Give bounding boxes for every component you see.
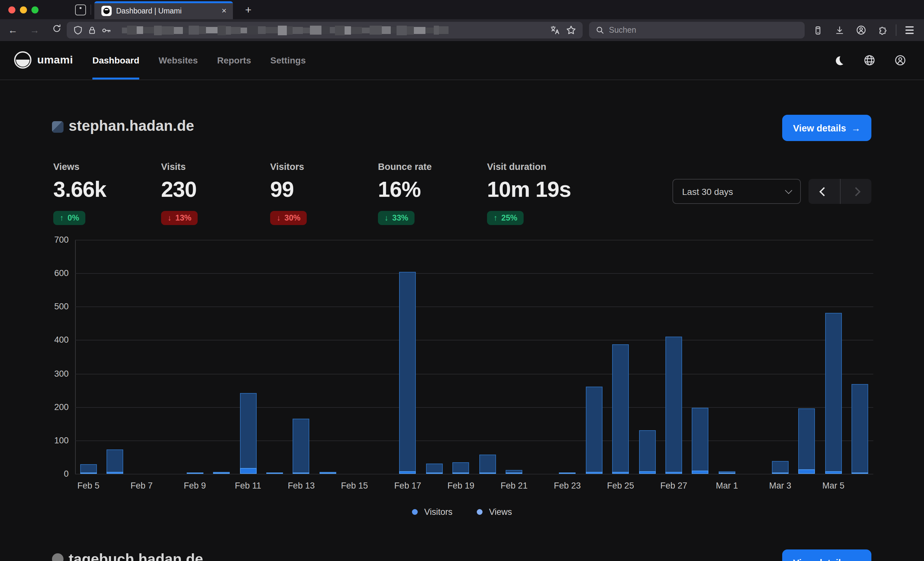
visitors-bar-feb-21[interactable] [506, 473, 522, 474]
language-globe-icon[interactable] [864, 54, 875, 66]
key-icon[interactable] [101, 25, 112, 35]
views-bar-mar-5[interactable] [825, 313, 842, 474]
views-bar-feb-28[interactable] [692, 408, 709, 474]
visitors-bar-feb-23[interactable] [559, 473, 576, 474]
visitors-bar-feb-11[interactable] [240, 468, 256, 474]
reload-button[interactable] [50, 19, 63, 41]
translate-icon[interactable] [550, 25, 560, 35]
gridline [75, 474, 873, 474]
visitors-bar-feb-25[interactable] [612, 472, 629, 474]
visitors-bar-feb-20[interactable] [479, 473, 496, 474]
views-bar-mar-6[interactable] [852, 384, 868, 474]
stat-change-badge: ↓30% [270, 211, 307, 225]
umami-favicon-icon [101, 6, 112, 16]
visitors-bar-feb-5[interactable] [80, 473, 97, 474]
nav-item-websites[interactable]: Websites [159, 41, 198, 79]
extensions-button[interactable] [872, 19, 894, 41]
visitors-bar-feb-13[interactable] [293, 473, 310, 474]
lock-icon[interactable] [87, 25, 97, 35]
date-range-dropdown[interactable]: Last 30 days [672, 179, 801, 204]
macos-minimize-button[interactable] [20, 6, 27, 13]
view-details-label: View details [793, 123, 846, 133]
visitors-bar-feb-28[interactable] [692, 471, 709, 474]
visitors-bar-feb-18[interactable] [426, 473, 443, 474]
search-bar[interactable]: Suchen [589, 22, 805, 39]
legend-item-views[interactable]: Views [477, 507, 512, 517]
views-bar-feb-24[interactable] [585, 387, 602, 474]
visitors-views-chart[interactable]: 0100200300400500600700 [75, 240, 873, 474]
theme-moon-icon[interactable] [834, 55, 844, 66]
sidebar-button[interactable] [807, 19, 828, 41]
views-bar-feb-17[interactable] [399, 272, 416, 474]
stat-label: Visits [161, 162, 267, 172]
views-bar-feb-11[interactable] [240, 393, 256, 474]
gridline [75, 440, 873, 441]
menu-button[interactable] [898, 19, 920, 41]
firefox-view-icon[interactable] [75, 4, 86, 15]
views-bar-feb-25[interactable] [612, 344, 629, 474]
nav-item-settings[interactable]: Settings [270, 41, 306, 79]
views-bar-feb-6[interactable] [106, 450, 123, 474]
views-bar-feb-20[interactable] [479, 455, 496, 474]
brand-name[interactable]: umami [37, 41, 73, 79]
visitors-bar-feb-19[interactable] [453, 473, 470, 474]
date-pager [808, 179, 872, 204]
gridline [75, 407, 873, 407]
visitors-bar-feb-24[interactable] [585, 472, 602, 474]
nav-items: Dashboard Websites Reports Settings [92, 41, 306, 79]
gridline [75, 273, 873, 274]
stat-change-badge: ↓33% [378, 211, 415, 225]
nav-item-dashboard[interactable]: Dashboard [92, 41, 139, 79]
shield-icon[interactable] [73, 25, 83, 35]
tab-title: Dashboard | Umami [116, 1, 182, 19]
search-placeholder: Suchen [609, 25, 636, 34]
stat-change-badge: ↓13% [161, 211, 198, 225]
next-view-details-button[interactable]: View details → [782, 549, 872, 561]
views-bar-feb-19[interactable] [453, 462, 470, 474]
gridline [75, 340, 873, 341]
stat-change-value: 30% [285, 214, 301, 223]
visitors-bar-mar-1[interactable] [718, 473, 735, 474]
tab-close-icon[interactable]: × [222, 1, 226, 19]
search-icon [596, 25, 604, 34]
down-arrow-icon: ↓ [276, 214, 281, 223]
view-details-button[interactable]: View details → [782, 115, 872, 141]
macos-zoom-button[interactable] [32, 6, 39, 13]
macos-close-button[interactable] [8, 6, 15, 13]
views-bar-feb-27[interactable] [665, 337, 682, 474]
browser-tab-active[interactable]: Dashboard | Umami × [94, 1, 233, 19]
prev-period-button[interactable] [808, 179, 840, 204]
visitors-bar-feb-9[interactable] [186, 473, 203, 474]
back-button[interactable]: ← [6, 19, 19, 41]
legend-item-visitors[interactable]: Visitors [412, 507, 452, 517]
views-bar-mar-4[interactable] [798, 409, 815, 474]
stat-visits: Visits230↓13% [161, 162, 267, 225]
visitors-bar-mar-5[interactable] [825, 471, 842, 474]
account-button[interactable] [850, 19, 872, 41]
y-tick-label: 700 [54, 235, 69, 245]
arrow-right-icon: → [851, 123, 861, 133]
new-tab-button[interactable]: + [241, 0, 256, 19]
visitors-bar-feb-26[interactable] [639, 471, 656, 474]
visitors-bar-mar-3[interactable] [772, 473, 789, 474]
umami-logo-icon[interactable] [14, 51, 32, 69]
visitors-bar-mar-6[interactable] [852, 473, 868, 474]
visitors-bar-feb-17[interactable] [399, 471, 416, 474]
down-arrow-icon: ↓ [384, 214, 388, 223]
nav-item-reports[interactable]: Reports [217, 41, 251, 79]
profile-icon[interactable] [894, 54, 906, 66]
visitors-bar-feb-10[interactable] [213, 473, 230, 474]
visitors-bar-mar-4[interactable] [798, 469, 815, 474]
visitors-bar-feb-14[interactable] [320, 473, 336, 474]
url-bar[interactable] [67, 22, 583, 39]
views-bar-feb-13[interactable] [293, 419, 310, 474]
visitors-bar-feb-27[interactable] [665, 472, 682, 474]
views-bar-mar-3[interactable] [772, 461, 789, 474]
downloads-button[interactable] [828, 19, 850, 41]
visitors-bar-feb-12[interactable] [266, 473, 283, 474]
browser-toolbar: ← → [0, 19, 924, 42]
views-bar-feb-26[interactable] [639, 430, 656, 474]
visitors-bar-feb-6[interactable] [106, 472, 123, 474]
legend-visitors-label: Visitors [424, 507, 452, 517]
bookmark-star-icon[interactable] [566, 25, 576, 35]
